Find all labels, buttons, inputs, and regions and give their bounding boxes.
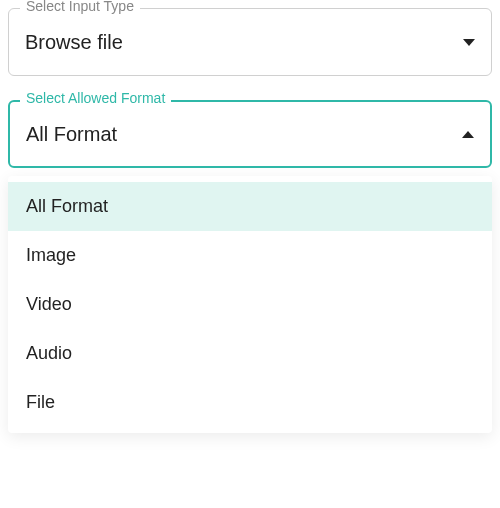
allowed-format-dropdown: All Format Image Video Audio File	[8, 176, 492, 433]
chevron-down-icon	[463, 39, 475, 46]
allowed-format-field: Select Allowed Format All Format	[8, 100, 492, 168]
dropdown-option-video[interactable]: Video	[8, 280, 492, 329]
input-type-value: Browse file	[25, 31, 123, 54]
allowed-format-value: All Format	[26, 123, 117, 146]
input-type-label: Select Input Type	[20, 0, 140, 14]
allowed-format-label: Select Allowed Format	[20, 90, 171, 106]
input-type-field: Select Input Type Browse file	[8, 8, 492, 76]
allowed-format-select[interactable]: All Format	[8, 100, 492, 168]
input-type-select[interactable]: Browse file	[8, 8, 492, 76]
dropdown-option-image[interactable]: Image	[8, 231, 492, 280]
dropdown-option-audio[interactable]: Audio	[8, 329, 492, 378]
dropdown-option-all-format[interactable]: All Format	[8, 182, 492, 231]
chevron-up-icon	[462, 131, 474, 138]
dropdown-option-file[interactable]: File	[8, 378, 492, 427]
